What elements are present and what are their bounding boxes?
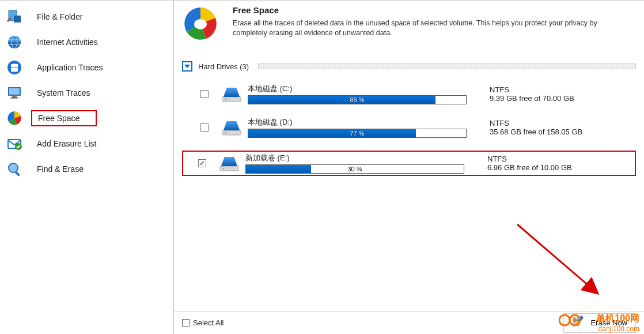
sidebar-item-label: Add Erasure List bbox=[37, 139, 97, 148]
page-header: Free Space Erase all the traces of delet… bbox=[174, 1, 644, 59]
svg-rect-6 bbox=[9, 88, 20, 95]
drive-free-space: 6.96 GB free of 10.00 GB bbox=[487, 163, 572, 172]
erase-now-label: Erase Now bbox=[590, 318, 627, 327]
hard-drive-icon bbox=[221, 119, 242, 136]
usage-percent: 77 % bbox=[248, 130, 466, 137]
drive-row: ✓新加载卷 (E:)30 %NTFS6.96 GB free of 10.00 … bbox=[182, 151, 636, 176]
drive-checkbox[interactable]: ✓ bbox=[198, 159, 206, 167]
drive-row: 本地磁盘 (D:)77 %NTFS35.68 GB free of 158.05… bbox=[182, 117, 636, 138]
hard-drive-icon bbox=[221, 85, 242, 103]
sidebar-item-application-traces[interactable]: Application Traces bbox=[0, 55, 173, 80]
drive-free-space: 9.39 GB free of 70.00 GB bbox=[490, 94, 574, 103]
page-description: Erase all the traces of deleted data in … bbox=[233, 18, 624, 38]
svg-point-19 bbox=[223, 168, 225, 170]
sidebar-item-label: System Traces bbox=[37, 88, 90, 97]
footer-bar: Select All 101010 Erase Now bbox=[174, 311, 644, 334]
sidebar-item-label: Internet Activities bbox=[37, 37, 98, 47]
sidebar-item-system-traces[interactable]: System Traces bbox=[0, 80, 173, 106]
usage-percent: 30 % bbox=[246, 166, 464, 172]
svg-point-4 bbox=[7, 61, 21, 74]
select-all-label[interactable]: Select All bbox=[193, 318, 223, 327]
sidebar-item-label: Find & Erase bbox=[37, 164, 84, 174]
drive-name: 本地磁盘 (C:) bbox=[248, 84, 473, 94]
svg-point-15 bbox=[225, 99, 227, 100]
usage-bar: 30 % bbox=[245, 164, 464, 174]
usage-percent: 86 % bbox=[248, 96, 466, 103]
drive-free-space: 35.68 GB free of 158.05 GB bbox=[490, 127, 582, 136]
file-folder-icon bbox=[6, 8, 23, 25]
free-space-icon bbox=[182, 5, 219, 42]
drive-name: 本地磁盘 (D:) bbox=[248, 117, 473, 127]
section-label: Hard Drives (3) bbox=[198, 62, 249, 71]
pie-icon bbox=[6, 110, 23, 127]
main-panel: Free Space Erase all the traces of delet… bbox=[174, 1, 644, 334]
eraser-icon: 101010 bbox=[572, 315, 586, 331]
section-hard-drives: Hard Drives (3) bbox=[174, 59, 644, 73]
drive-filesystem: NTFS bbox=[487, 155, 572, 163]
drive-checkbox[interactable] bbox=[200, 123, 209, 132]
drive-checkbox[interactable] bbox=[200, 90, 209, 98]
monitor-icon bbox=[6, 84, 23, 102]
mail-checked-icon bbox=[6, 135, 23, 152]
usage-bar: 86 % bbox=[248, 95, 467, 104]
svg-point-13 bbox=[194, 19, 207, 29]
hard-drive-icon bbox=[219, 155, 240, 172]
erase-now-button[interactable]: 101010 Erase Now bbox=[563, 313, 636, 333]
sidebar-item-file-folder[interactable]: File & Folder bbox=[0, 4, 173, 29]
svg-line-25 bbox=[517, 224, 598, 294]
globe-icon bbox=[6, 33, 23, 51]
sidebar-item-label: Application Traces bbox=[37, 63, 103, 72]
drive-row: 本地磁盘 (C:)86 %NTFS9.39 GB free of 70.00 G… bbox=[182, 84, 636, 104]
windows-icon bbox=[6, 59, 23, 76]
svg-point-17 bbox=[225, 132, 227, 134]
annotation-arrow bbox=[512, 219, 609, 305]
svg-rect-8 bbox=[10, 97, 18, 99]
sidebar-item-find-erase[interactable]: Find & Erase bbox=[0, 156, 173, 182]
sidebar: File & Folder Internet Activities Applic… bbox=[0, 1, 174, 334]
sidebar-item-label: Free Space bbox=[38, 114, 79, 123]
usage-bar: 77 % bbox=[248, 129, 467, 138]
select-all-checkbox[interactable] bbox=[182, 319, 190, 327]
svg-rect-12 bbox=[14, 171, 20, 177]
collapse-toggle[interactable] bbox=[182, 61, 192, 72]
svg-rect-1 bbox=[14, 16, 21, 22]
sidebar-item-internet-activities[interactable]: Internet Activities bbox=[0, 29, 173, 55]
drive-list: 本地磁盘 (C:)86 %NTFS9.39 GB free of 70.00 G… bbox=[174, 73, 644, 184]
drive-filesystem: NTFS bbox=[490, 85, 574, 94]
sidebar-item-free-space[interactable]: Free Space bbox=[0, 106, 173, 131]
svg-point-11 bbox=[9, 163, 18, 172]
svg-rect-7 bbox=[12, 96, 17, 97]
page-title: Free Space bbox=[233, 5, 624, 15]
drive-name: 新加载卷 (E:) bbox=[245, 153, 471, 163]
drive-filesystem: NTFS bbox=[490, 119, 582, 127]
search-icon bbox=[6, 160, 23, 178]
sidebar-item-add-erasure-list[interactable]: Add Erasure List bbox=[0, 131, 173, 156]
section-divider bbox=[258, 63, 636, 69]
sidebar-item-label: File & Folder bbox=[37, 12, 82, 21]
